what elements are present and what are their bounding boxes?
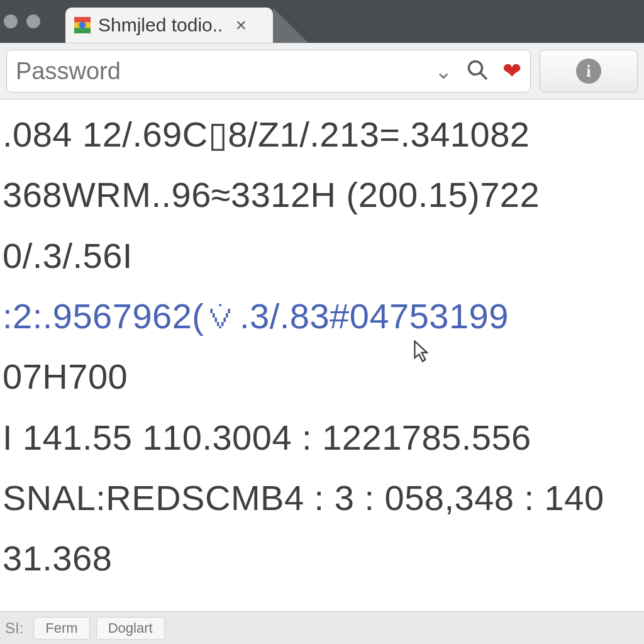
- statusbar: SI: Ferm Doglart: [0, 611, 644, 644]
- window-minimize-dot[interactable]: [26, 14, 40, 28]
- svg-point-4: [469, 62, 482, 75]
- address-input[interactable]: [16, 58, 421, 85]
- chevron-down-icon[interactable]: ⌄: [435, 58, 452, 84]
- status-button-1[interactable]: Ferm: [33, 617, 89, 640]
- tab-favicon-icon: [74, 17, 91, 33]
- window-controls: [4, 14, 40, 28]
- svg-point-3: [79, 22, 86, 29]
- cursor-icon: [414, 340, 431, 362]
- text-line: I 141.55 110.3004 : 1221785.556: [0, 408, 644, 468]
- search-icon[interactable]: [466, 58, 489, 84]
- text-line-link[interactable]: :2:.9567962(⩒.3/.83#04753199: [0, 286, 644, 347]
- text-line: 31.368: [0, 528, 644, 589]
- text-line: 07H700: [0, 347, 644, 407]
- addressbar[interactable]: ⌄ ❤: [6, 50, 531, 92]
- window-close-dot[interactable]: [4, 14, 18, 28]
- svg-line-5: [480, 73, 487, 79]
- heart-icon[interactable]: ❤: [502, 60, 521, 82]
- text-line: SNAL:REDSCMB4 : 3 : 058,348 : 140: [0, 468, 644, 528]
- text-line: .084 12/.69C▯8/Z1/.213=.341082: [0, 104, 644, 165]
- new-tab-stub[interactable]: [273, 8, 308, 43]
- info-icon: i: [576, 58, 601, 84]
- page-content: .084 12/.69C▯8/Z1/.213=.341082 368WRM..9…: [0, 99, 644, 611]
- toolbar: ⌄ ❤ i: [0, 43, 644, 99]
- status-label: SI:: [5, 619, 23, 637]
- close-icon[interactable]: ×: [235, 16, 247, 35]
- info-button[interactable]: i: [540, 50, 638, 92]
- browser-tab[interactable]: Shmjled todio.. ×: [65, 8, 273, 43]
- text-line: 0/.3/.56I: [0, 226, 644, 286]
- svg-rect-0: [74, 17, 91, 23]
- text-line: 368WRM..96≈3312H (200.15)722: [0, 165, 644, 225]
- tab-title: Shmjled todio..: [98, 14, 223, 36]
- titlebar: Shmjled todio.. ×: [0, 0, 644, 43]
- svg-rect-2: [74, 28, 91, 33]
- status-button-2[interactable]: Doglart: [96, 617, 165, 640]
